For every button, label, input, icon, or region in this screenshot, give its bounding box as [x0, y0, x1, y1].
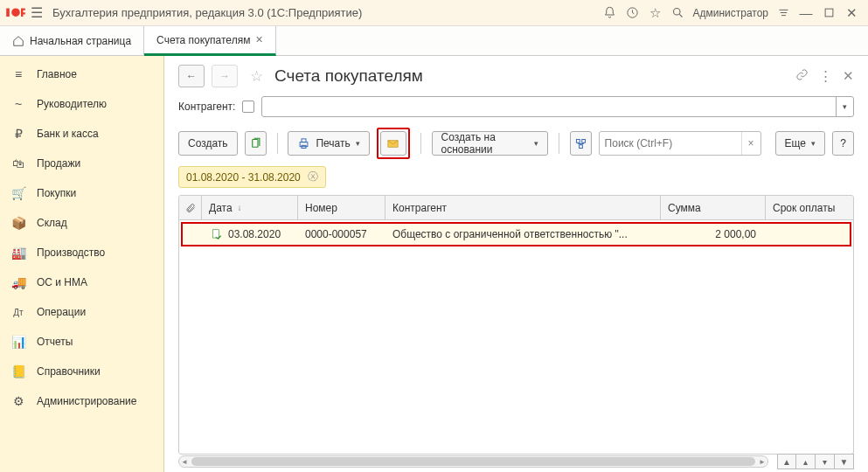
copy-button[interactable]: [245, 131, 267, 156]
create-button[interactable]: Создать: [178, 131, 238, 156]
clear-search-icon[interactable]: ×: [741, 132, 760, 155]
sidebar-item-warehouse[interactable]: 📦Склад: [0, 208, 163, 238]
remove-chip-icon[interactable]: ⓧ: [308, 170, 318, 184]
table-header: Дата↓ Номер Контрагент Сумма Срок оплаты: [179, 196, 853, 220]
structure-button[interactable]: [570, 131, 592, 156]
go-last-icon[interactable]: ▼: [835, 454, 854, 469]
invoices-table: Дата↓ Номер Контрагент Сумма Срок оплаты…: [178, 195, 854, 455]
sidebar-item-label: Производство: [37, 246, 105, 259]
cart-icon: 🛒: [10, 186, 26, 200]
go-down-icon[interactable]: ▾: [816, 454, 835, 469]
home-icon: [12, 35, 24, 47]
user-label[interactable]: Администратор: [689, 7, 772, 19]
sidebar-item-catalogs[interactable]: 📒Справочники: [0, 357, 163, 386]
go-first-icon[interactable]: ▲: [777, 454, 796, 469]
minimize-icon[interactable]: —: [795, 2, 817, 24]
sidebar-item-purchases[interactable]: 🛒Покупки: [0, 178, 163, 208]
sidebar-item-assets[interactable]: 🚚ОС и НМА: [0, 267, 163, 297]
date-range-chip[interactable]: 01.08.2020 - 31.08.2020 ⓧ: [178, 166, 326, 188]
bell-icon[interactable]: [598, 2, 621, 24]
sidebar-item-admin[interactable]: ⚙Администрирование: [0, 386, 163, 416]
sidebar-item-label: Главное: [37, 68, 77, 80]
svg-rect-8: [576, 139, 580, 142]
scroll-left-icon[interactable]: ◄: [179, 456, 190, 467]
sidebar-item-bank[interactable]: ₽Банк и касса: [0, 119, 163, 149]
sidebar-item-label: Покупки: [37, 187, 76, 199]
box-icon: 📦: [10, 216, 26, 230]
tab-home[interactable]: Начальная страница: [0, 26, 144, 55]
sidebar-item-label: Отчеты: [37, 336, 73, 348]
dropdown-icon[interactable]: ▾: [836, 97, 853, 116]
search-box[interactable]: ×: [599, 131, 761, 156]
help-label: ?: [840, 137, 846, 149]
col-counterparty[interactable]: Контрагент: [385, 196, 661, 219]
svg-rect-3: [252, 139, 257, 147]
sidebar-item-manager[interactable]: ~Руководителю: [0, 89, 163, 119]
close-window-icon[interactable]: ✕: [840, 2, 863, 24]
svg-rect-10: [579, 144, 582, 148]
sidebar-item-sales[interactable]: 🛍Продажи: [0, 149, 163, 178]
more-label: Еще: [785, 137, 806, 149]
table-row[interactable]: 03.08.2020 0000-000057 Общество с ограни…: [183, 224, 850, 245]
row-highlight: 03.08.2020 0000-000057 Общество с ограни…: [181, 222, 851, 246]
truck-icon: 🚚: [10, 275, 26, 289]
col-date[interactable]: Дата↓: [202, 196, 298, 219]
more-button[interactable]: Еще▾: [775, 131, 825, 156]
titlebar: ☰ Бухгалтерия предприятия, редакция 3.0 …: [0, 0, 868, 26]
svg-rect-4: [301, 142, 309, 146]
history-icon[interactable]: [621, 2, 643, 24]
sidebar-item-main[interactable]: ≡Главное: [0, 59, 163, 89]
col-date-label: Дата: [209, 202, 233, 214]
app-title: Бухгалтерия предприятия, редакция 3.0 (1…: [52, 6, 362, 19]
create-based-label: Создать на основании: [441, 131, 529, 156]
chart-icon: ~: [10, 97, 26, 111]
counterparty-input[interactable]: ▾: [261, 96, 854, 117]
envelope-icon: [386, 137, 399, 150]
scrollbar-thumb[interactable]: [191, 457, 755, 466]
search-input[interactable]: [600, 132, 741, 155]
sidebar-item-label: Банк и касса: [37, 128, 99, 140]
kebab-menu-icon[interactable]: ⋮: [819, 68, 832, 84]
chevron-down-icon: ▾: [356, 139, 360, 148]
close-page-icon[interactable]: ✕: [843, 68, 854, 84]
create-based-button[interactable]: Создать на основании ▾: [432, 131, 548, 156]
link-icon[interactable]: [795, 68, 809, 84]
email-button[interactable]: [380, 131, 406, 156]
list-icon: ≡: [10, 67, 26, 81]
cell-date: 03.08.2020: [204, 228, 298, 240]
sidebar-item-operations[interactable]: ДтОперации: [0, 297, 163, 327]
sidebar-item-label: Продажи: [37, 157, 80, 170]
star-icon[interactable]: ☆: [643, 2, 666, 24]
printer-icon: [297, 137, 310, 150]
search-icon[interactable]: [666, 2, 689, 24]
close-tab-icon[interactable]: ✕: [255, 34, 263, 45]
sidebar-item-reports[interactable]: 📊Отчеты: [0, 327, 163, 357]
col-num-label: Номер: [305, 202, 337, 214]
favorite-star-icon[interactable]: ☆: [245, 67, 267, 86]
col-due-label: Срок оплаты: [773, 202, 835, 214]
sidebar-item-label: Администрирование: [37, 395, 136, 407]
counterparty-checkbox[interactable]: [242, 101, 254, 113]
bars-icon: 📊: [10, 335, 26, 349]
menu-icon[interactable]: ☰: [26, 4, 47, 21]
print-label: Печать: [316, 137, 350, 149]
email-button-highlight: [377, 128, 410, 159]
col-sum[interactable]: Сумма: [661, 196, 766, 219]
print-button[interactable]: Печать ▾: [288, 131, 369, 156]
col-due[interactable]: Срок оплаты: [766, 196, 853, 219]
chevron-down-icon: ▾: [811, 139, 816, 148]
col-number[interactable]: Номер: [298, 196, 385, 219]
cell-sum: 2 000,00: [659, 228, 764, 240]
sidebar-item-production[interactable]: 🏭Производство: [0, 238, 163, 267]
tab-invoices[interactable]: Счета покупателям ✕: [144, 26, 276, 56]
nav-forward-button[interactable]: →: [212, 65, 238, 87]
sidebar-item-label: Справочники: [37, 365, 101, 378]
scroll-right-icon[interactable]: ►: [757, 456, 767, 467]
settings-lines-icon[interactable]: [772, 2, 795, 24]
col-attachment[interactable]: [179, 196, 202, 219]
go-up-icon[interactable]: ▴: [796, 454, 816, 469]
horizontal-scrollbar[interactable]: ◄ ►: [178, 455, 768, 468]
nav-back-button[interactable]: ←: [178, 65, 205, 87]
maximize-icon[interactable]: [817, 2, 840, 24]
help-button[interactable]: ?: [832, 131, 854, 156]
